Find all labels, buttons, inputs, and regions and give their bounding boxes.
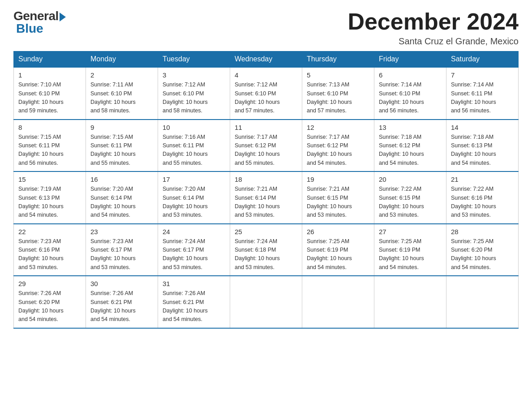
calendar-cell: 21 Sunrise: 7:22 AMSunset: 6:16 PMDaylig… [446, 171, 519, 224]
day-number: 6 [379, 71, 442, 79]
calendar-cell: 17 Sunrise: 7:20 AMSunset: 6:14 PMDaylig… [158, 171, 230, 224]
day-info: Sunrise: 7:22 AMSunset: 6:16 PMDaylight:… [451, 185, 514, 220]
calendar-cell [446, 276, 519, 328]
day-info: Sunrise: 7:14 AMSunset: 6:10 PMDaylight:… [379, 81, 442, 116]
day-number: 3 [163, 71, 225, 79]
logo-arrow-icon [60, 13, 66, 21]
calendar-cell [230, 276, 302, 328]
day-info: Sunrise: 7:10 AMSunset: 6:10 PMDaylight:… [18, 81, 81, 116]
calendar-cell: 31 Sunrise: 7:26 AMSunset: 6:21 PMDaylig… [158, 276, 230, 328]
calendar-week-row-1: 1 Sunrise: 7:10 AMSunset: 6:10 PMDayligh… [14, 67, 519, 120]
day-number: 30 [90, 280, 153, 287]
calendar-cell: 1 Sunrise: 7:10 AMSunset: 6:10 PMDayligh… [14, 67, 86, 120]
day-info: Sunrise: 7:19 AMSunset: 6:13 PMDaylight:… [18, 185, 81, 220]
calendar-cell: 30 Sunrise: 7:26 AMSunset: 6:21 PMDaylig… [86, 276, 158, 328]
header-sunday: Sunday [14, 51, 86, 68]
calendar-cell: 18 Sunrise: 7:21 AMSunset: 6:14 PMDaylig… [230, 171, 302, 224]
day-number: 4 [235, 71, 297, 79]
day-number: 26 [307, 228, 369, 235]
day-number: 18 [235, 176, 297, 183]
calendar-cell: 8 Sunrise: 7:15 AMSunset: 6:11 PMDayligh… [14, 120, 86, 172]
day-info: Sunrise: 7:25 AMSunset: 6:20 PMDaylight:… [451, 237, 514, 272]
day-number: 29 [18, 280, 81, 287]
day-info: Sunrise: 7:13 AMSunset: 6:10 PMDaylight:… [307, 81, 369, 116]
header-saturday: Saturday [446, 51, 519, 68]
day-number: 10 [163, 124, 225, 131]
day-info: Sunrise: 7:26 AMSunset: 6:21 PMDaylight:… [90, 289, 153, 324]
day-number: 21 [451, 176, 514, 183]
calendar-cell: 11 Sunrise: 7:17 AMSunset: 6:12 PMDaylig… [230, 120, 302, 172]
calendar-header-row: Sunday Monday Tuesday Wednesday Thursday… [14, 51, 519, 68]
day-info: Sunrise: 7:15 AMSunset: 6:11 PMDaylight:… [90, 133, 153, 168]
calendar-cell: 13 Sunrise: 7:18 AMSunset: 6:12 PMDaylig… [374, 120, 446, 172]
calendar-cell: 25 Sunrise: 7:24 AMSunset: 6:18 PMDaylig… [230, 224, 302, 276]
calendar-cell: 12 Sunrise: 7:17 AMSunset: 6:12 PMDaylig… [302, 120, 374, 172]
day-info: Sunrise: 7:24 AMSunset: 6:17 PMDaylight:… [163, 237, 225, 272]
day-number: 23 [90, 228, 153, 235]
day-info: Sunrise: 7:11 AMSunset: 6:10 PMDaylight:… [90, 81, 153, 116]
day-info: Sunrise: 7:17 AMSunset: 6:12 PMDaylight:… [235, 133, 297, 168]
calendar-week-row-5: 29 Sunrise: 7:26 AMSunset: 6:20 PMDaylig… [14, 276, 519, 328]
day-number: 15 [18, 176, 81, 183]
calendar-cell: 24 Sunrise: 7:24 AMSunset: 6:17 PMDaylig… [158, 224, 230, 276]
day-info: Sunrise: 7:18 AMSunset: 6:13 PMDaylight:… [451, 133, 514, 168]
day-number: 22 [18, 228, 81, 235]
calendar-cell: 9 Sunrise: 7:15 AMSunset: 6:11 PMDayligh… [86, 120, 158, 172]
header-tuesday: Tuesday [158, 51, 230, 68]
calendar-cell: 3 Sunrise: 7:12 AMSunset: 6:10 PMDayligh… [158, 67, 230, 120]
day-info: Sunrise: 7:26 AMSunset: 6:21 PMDaylight:… [163, 289, 225, 324]
month-title: December 2024 [348, 9, 519, 34]
day-info: Sunrise: 7:15 AMSunset: 6:11 PMDaylight:… [18, 133, 81, 168]
day-info: Sunrise: 7:23 AMSunset: 6:17 PMDaylight:… [90, 237, 153, 272]
calendar-cell: 28 Sunrise: 7:25 AMSunset: 6:20 PMDaylig… [446, 224, 519, 276]
calendar-week-row-2: 8 Sunrise: 7:15 AMSunset: 6:11 PMDayligh… [14, 120, 519, 172]
day-info: Sunrise: 7:12 AMSunset: 6:10 PMDaylight:… [235, 81, 297, 116]
calendar-cell: 27 Sunrise: 7:25 AMSunset: 6:19 PMDaylig… [374, 224, 446, 276]
location-subtitle: Santa Cruz el Grande, Mexico [348, 36, 519, 47]
day-info: Sunrise: 7:23 AMSunset: 6:16 PMDaylight:… [18, 237, 81, 272]
calendar-cell: 20 Sunrise: 7:22 AMSunset: 6:15 PMDaylig… [374, 171, 446, 224]
day-number: 25 [235, 228, 297, 235]
day-number: 14 [451, 124, 514, 131]
header-monday: Monday [86, 51, 158, 68]
day-number: 8 [18, 124, 81, 131]
day-number: 20 [379, 176, 442, 183]
day-number: 1 [18, 71, 81, 79]
day-number: 27 [379, 228, 442, 235]
day-info: Sunrise: 7:14 AMSunset: 6:11 PMDaylight:… [451, 81, 514, 116]
day-number: 16 [90, 176, 153, 183]
header-thursday: Thursday [302, 51, 374, 68]
day-info: Sunrise: 7:21 AMSunset: 6:15 PMDaylight:… [307, 185, 369, 220]
calendar-cell: 6 Sunrise: 7:14 AMSunset: 6:10 PMDayligh… [374, 67, 446, 120]
calendar-cell: 2 Sunrise: 7:11 AMSunset: 6:10 PMDayligh… [86, 67, 158, 120]
day-info: Sunrise: 7:20 AMSunset: 6:14 PMDaylight:… [163, 185, 225, 220]
calendar-cell: 16 Sunrise: 7:20 AMSunset: 6:14 PMDaylig… [86, 171, 158, 224]
day-info: Sunrise: 7:18 AMSunset: 6:12 PMDaylight:… [379, 133, 442, 168]
day-number: 13 [379, 124, 442, 131]
logo-blue-text: Blue [16, 21, 43, 36]
calendar-table: Sunday Monday Tuesday Wednesday Thursday… [13, 51, 519, 329]
day-number: 31 [163, 280, 225, 287]
calendar-week-row-4: 22 Sunrise: 7:23 AMSunset: 6:16 PMDaylig… [14, 224, 519, 276]
calendar-cell [302, 276, 374, 328]
header-friday: Friday [374, 51, 446, 68]
calendar-cell [374, 276, 446, 328]
day-info: Sunrise: 7:25 AMSunset: 6:19 PMDaylight:… [307, 237, 369, 272]
day-number: 12 [307, 124, 369, 131]
calendar-cell: 4 Sunrise: 7:12 AMSunset: 6:10 PMDayligh… [230, 67, 302, 120]
header-wednesday: Wednesday [230, 51, 302, 68]
day-info: Sunrise: 7:25 AMSunset: 6:19 PMDaylight:… [379, 237, 442, 272]
day-number: 19 [307, 176, 369, 183]
day-number: 17 [163, 176, 225, 183]
day-info: Sunrise: 7:22 AMSunset: 6:15 PMDaylight:… [379, 185, 442, 220]
day-number: 9 [90, 124, 153, 131]
day-info: Sunrise: 7:12 AMSunset: 6:10 PMDaylight:… [163, 81, 225, 116]
day-number: 11 [235, 124, 297, 131]
calendar-cell: 26 Sunrise: 7:25 AMSunset: 6:19 PMDaylig… [302, 224, 374, 276]
day-info: Sunrise: 7:21 AMSunset: 6:14 PMDaylight:… [235, 185, 297, 220]
calendar-cell: 14 Sunrise: 7:18 AMSunset: 6:13 PMDaylig… [446, 120, 519, 172]
calendar-cell: 15 Sunrise: 7:19 AMSunset: 6:13 PMDaylig… [14, 171, 86, 224]
day-number: 2 [90, 71, 153, 79]
day-info: Sunrise: 7:26 AMSunset: 6:20 PMDaylight:… [18, 289, 81, 324]
calendar-cell: 19 Sunrise: 7:21 AMSunset: 6:15 PMDaylig… [302, 171, 374, 224]
